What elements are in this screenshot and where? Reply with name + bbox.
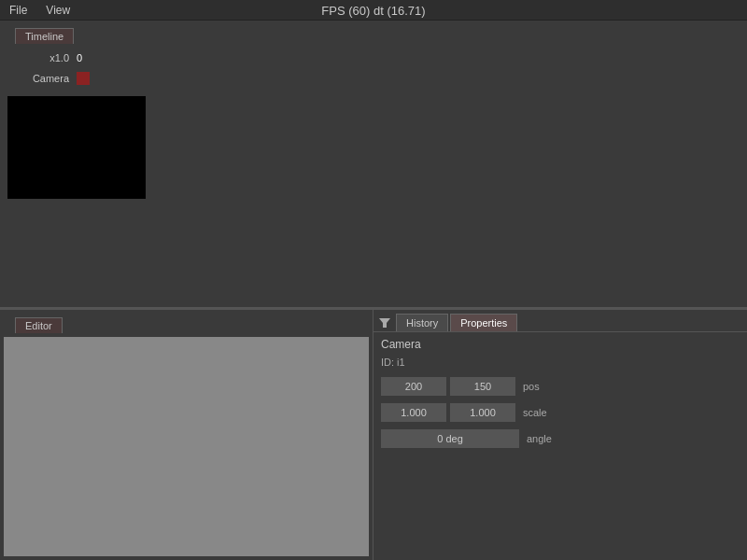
camera-keyframe-indicator [77, 72, 90, 85]
editor-panel: Editor [0, 310, 374, 560]
properties-content: Camera ID: i1 pos scale angle [374, 332, 747, 455]
timeline-content: x1.0 0 Camera [0, 44, 747, 199]
track-row-x1: x1.0 0 [7, 48, 740, 68]
scale-x-input[interactable] [381, 403, 446, 422]
track-row-camera: Camera [7, 68, 740, 89]
menu-view[interactable]: View [42, 2, 74, 19]
right-panel-tabs: History Properties [374, 310, 747, 332]
track-timecode: 0 [77, 52, 105, 63]
pos-label: pos [523, 381, 540, 392]
bottom-panel: Editor History Properties Camera ID: i1 [0, 310, 747, 560]
scale-row: scale [381, 401, 740, 424]
editor-tab[interactable]: Editor [15, 317, 63, 333]
timeline-tabs-row: Timeline [0, 21, 747, 44]
timeline-panel: Timeline x1.0 0 Camera [0, 21, 747, 308]
right-panel: History Properties Camera ID: i1 pos sca… [374, 310, 747, 560]
history-tab[interactable]: History [396, 314, 448, 331]
track-camera-label: Camera [7, 73, 73, 84]
timeline-tab[interactable]: Timeline [15, 28, 74, 44]
editor-canvas[interactable] [4, 337, 369, 556]
timeline-track-area: x1.0 0 Camera [0, 44, 747, 92]
editor-tabs-row: Editor [0, 310, 373, 333]
pos-x-input[interactable] [381, 377, 446, 396]
timeline-viewport [7, 96, 146, 199]
object-name: Camera [381, 338, 740, 351]
fps-display: FPS (60) dt (16.71) [0, 0, 747, 21]
menu-file[interactable]: File [6, 2, 31, 19]
menubar: File View FPS (60) dt (16.71) [0, 0, 747, 21]
pos-y-input[interactable] [450, 377, 515, 396]
main-area: Timeline x1.0 0 Camera [0, 21, 747, 560]
track-x-label: x1.0 [7, 52, 73, 63]
filter-icon[interactable] [377, 315, 392, 330]
angle-row: angle [381, 427, 740, 450]
angle-label: angle [527, 433, 552, 444]
svg-marker-0 [379, 318, 390, 328]
angle-input[interactable] [381, 429, 519, 448]
scale-y-input[interactable] [450, 403, 515, 422]
pos-row: pos [381, 375, 740, 398]
object-id: ID: i1 [381, 357, 740, 368]
properties-tab[interactable]: Properties [450, 314, 517, 331]
scale-label: scale [523, 407, 547, 418]
